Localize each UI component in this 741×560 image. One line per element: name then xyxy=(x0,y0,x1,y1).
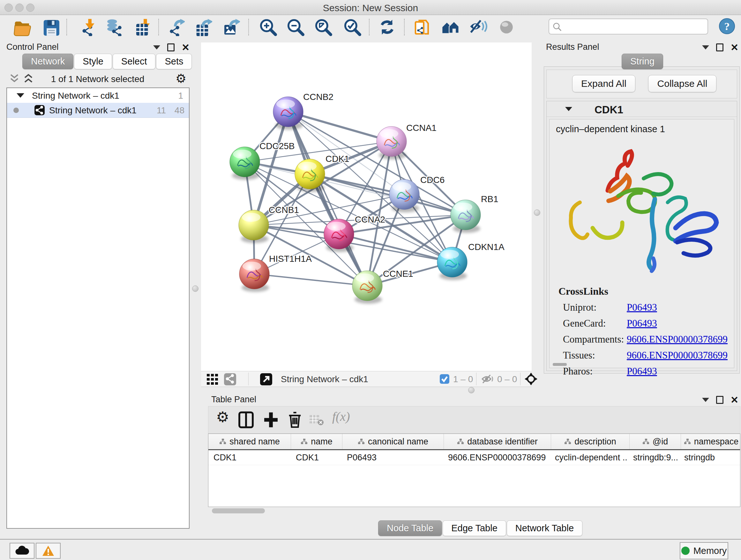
export-image-icon[interactable] xyxy=(222,18,240,36)
crosslink-link[interactable]: P06493 xyxy=(627,318,657,329)
tab-select[interactable]: Select xyxy=(113,54,156,69)
memory-button[interactable]: Memory xyxy=(680,542,728,559)
network-node-hist1h1a[interactable]: HIST1H1A xyxy=(239,254,312,292)
panel-menu-icon[interactable] xyxy=(153,45,160,50)
control-panel-tabs: NetworkStyleSelectSets xyxy=(22,54,192,69)
network-edge[interactable] xyxy=(254,274,367,286)
tab-edge-table[interactable]: Edge Table xyxy=(443,520,506,536)
search-icon xyxy=(552,22,562,32)
cloud-status-button[interactable] xyxy=(10,543,35,559)
tab-string[interactable]: String xyxy=(622,54,663,69)
tab-sets[interactable]: Sets xyxy=(156,54,192,69)
column-header-description[interactable]: description xyxy=(551,434,630,449)
control-panel-title: Control Panel xyxy=(6,42,59,52)
save-session-icon[interactable] xyxy=(42,18,60,36)
fit-crosshair-icon[interactable] xyxy=(525,373,537,385)
network-node-cdkn1a[interactable]: CDKN1A xyxy=(437,242,504,280)
panel-close-icon[interactable]: ✕ xyxy=(182,44,190,51)
tab-node-table[interactable]: Node Table xyxy=(378,520,442,536)
column-header--id[interactable]: @id xyxy=(630,434,681,449)
network-view-toolbar: String Network – cdk1 1 – 0 0 – 0 xyxy=(201,371,532,387)
network-node-ccna1[interactable]: CCNA1 xyxy=(377,123,436,159)
network-node-rb1[interactable]: RB1 xyxy=(451,194,498,233)
delete-column-icon[interactable] xyxy=(287,411,303,429)
refresh-icon[interactable] xyxy=(378,18,396,36)
table-settings-gear-icon[interactable]: ⚙ xyxy=(216,408,229,426)
results-buttons-box: Expand All Collapse All xyxy=(546,70,737,98)
collapse-all-button[interactable]: Collapse All xyxy=(648,75,717,92)
panel-close-icon[interactable]: ✕ xyxy=(731,397,738,403)
export-network-icon[interactable] xyxy=(167,18,185,36)
column-visibility-icon[interactable] xyxy=(238,411,254,429)
gene-details: cyclin–dependent kinase 1 CrossL xyxy=(549,119,734,368)
node-label-rb1: RB1 xyxy=(481,194,498,204)
toolbar-separator xyxy=(248,19,249,36)
birdseye-grid-icon[interactable] xyxy=(207,374,218,385)
export-table-icon[interactable] xyxy=(194,18,212,36)
tab-network-table[interactable]: Network Table xyxy=(507,520,583,536)
crosslink-row: GeneCard:P06493 xyxy=(558,318,728,329)
panel-float-icon[interactable] xyxy=(716,44,724,51)
results-panel-window-buttons: ✕ xyxy=(702,44,738,51)
string-view-icon[interactable] xyxy=(224,373,236,385)
panel-float-icon[interactable] xyxy=(716,396,724,404)
network-node-ccnb1[interactable]: CCNB1 xyxy=(239,205,299,243)
network-node-cdc25b[interactable]: CDC25B xyxy=(230,141,294,180)
network-collection-row[interactable]: String Network – cdk1 1 xyxy=(7,88,189,103)
sphere-icon[interactable] xyxy=(497,18,515,36)
network-canvas[interactable]: CCNB2CCNA1CDC25BCDK1CDC6RB1CCNB1CCNA2CDK… xyxy=(201,43,532,371)
crosslink-link[interactable]: P06493 xyxy=(627,366,657,377)
gene-expander-icon[interactable] xyxy=(565,107,572,111)
warnings-button[interactable] xyxy=(36,543,61,559)
import-table-icon[interactable] xyxy=(133,18,151,36)
panel-menu-icon[interactable] xyxy=(702,45,709,50)
crosslink-link[interactable]: 9606.ENSP00000378699 xyxy=(627,350,728,361)
column-header-name[interactable]: name xyxy=(291,434,342,449)
expand-all-button[interactable]: Expand All xyxy=(572,75,635,92)
home-networks-icon[interactable] xyxy=(442,18,460,36)
table-scrollbar-thumb[interactable] xyxy=(212,508,265,513)
open-in-window-icon[interactable] xyxy=(260,373,272,385)
add-column-icon[interactable] xyxy=(263,411,279,429)
import-network-icon[interactable] xyxy=(77,18,95,36)
column-header-namespace[interactable]: namespace xyxy=(681,434,741,449)
table-cell: P06493 xyxy=(342,450,443,465)
right-splitter-handle[interactable] xyxy=(534,209,540,216)
table-row[interactable]: CDK1CDK1P064939606.ENSP00000378699cyclin… xyxy=(208,450,740,465)
network-row-selected[interactable]: String Network – cdk1 11 48 xyxy=(7,103,189,118)
help-button[interactable]: ? xyxy=(719,18,735,36)
panel-close-icon[interactable]: ✕ xyxy=(731,44,738,51)
zoom-selected-icon[interactable] xyxy=(343,18,361,36)
collection-expander-icon[interactable] xyxy=(17,93,24,98)
network-node-ccnb2[interactable]: CCNB2 xyxy=(273,92,333,130)
results-scrollbar-thumb[interactable] xyxy=(553,363,567,366)
column-header-database-identifier[interactable]: database identifier xyxy=(444,434,551,449)
left-splitter-handle[interactable] xyxy=(192,286,199,292)
column-header-shared-name[interactable]: shared name xyxy=(208,434,291,449)
hide-unhide-icon[interactable] xyxy=(469,18,487,36)
zoom-out-icon[interactable] xyxy=(286,18,305,36)
node-table[interactable]: shared namenamecanonical namedatabase id… xyxy=(208,434,740,507)
import-database-icon[interactable] xyxy=(105,18,123,36)
tab-style[interactable]: Style xyxy=(74,54,112,69)
network-options-gear-icon[interactable]: ⚙ xyxy=(176,71,186,85)
search-input[interactable] xyxy=(549,18,708,35)
bottom-splitter-handle[interactable] xyxy=(468,387,475,393)
panel-menu-icon[interactable] xyxy=(702,398,709,402)
zoom-in-icon[interactable] xyxy=(259,18,277,36)
network-node-ccne1[interactable]: CCNE1 xyxy=(352,269,413,304)
clone-network-icon[interactable] xyxy=(413,18,431,36)
node-label-ccnb1: CCNB1 xyxy=(269,205,299,215)
zoom-fit-icon[interactable] xyxy=(314,18,332,36)
selected-checkbox-icon[interactable] xyxy=(440,374,449,384)
column-header-canonical-name[interactable]: canonical name xyxy=(342,434,444,449)
open-session-icon[interactable] xyxy=(13,18,31,36)
node-label-cdkn1a: CDKN1A xyxy=(468,242,504,252)
network-graph[interactable]: CCNB2CCNA1CDC25BCDK1CDC6RB1CCNB1CCNA2CDK… xyxy=(201,43,532,371)
gene-header-row[interactable]: CDK1 xyxy=(547,101,737,117)
panel-float-icon[interactable] xyxy=(167,44,175,51)
network-edge[interactable] xyxy=(288,112,392,141)
crosslink-link[interactable]: P06493 xyxy=(627,302,657,313)
crosslink-link[interactable]: 9606.ENSP00000378699 xyxy=(627,334,728,345)
tab-network[interactable]: Network xyxy=(22,54,73,69)
